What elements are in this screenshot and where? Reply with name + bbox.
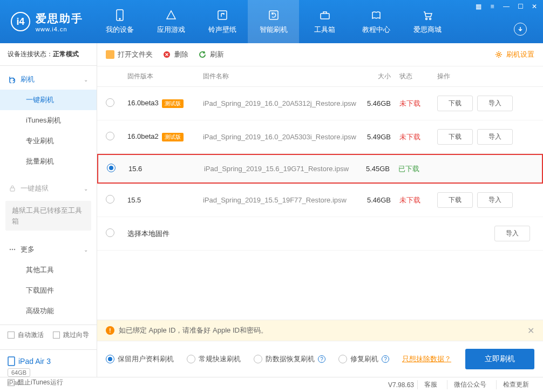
gear-icon <box>494 50 503 59</box>
import-button[interactable]: 导入 <box>494 226 530 241</box>
local-firmware-row[interactable]: 选择本地固件 导入 <box>97 217 543 251</box>
opt-normal[interactable]: 常规快速刷机 <box>187 354 241 364</box>
storage-badge: 64GB <box>8 368 30 377</box>
firmware-status: 未下载 <box>399 99 437 109</box>
wechat-link[interactable]: 微信公众号 <box>447 380 493 389</box>
firmware-row[interactable]: 15.6iPad_Spring_2019_15.6_19G71_Restore.… <box>97 154 543 184</box>
refresh-button[interactable]: 刷新 <box>198 50 224 59</box>
block-itunes-checkbox[interactable]: 阻止iTunes运行 <box>8 378 63 387</box>
music-icon <box>216 9 229 22</box>
device-name[interactable]: iPad Air 3 <box>8 356 89 366</box>
folder-icon <box>106 50 114 59</box>
radio-firmware[interactable] <box>106 195 114 204</box>
app-logo: i4 爱思助手 www.i4.cn <box>0 11 94 32</box>
download-button[interactable]: 下载 <box>437 192 473 208</box>
sidebar-jailbreak-notice: 越狱工具已转移至工具箱 <box>5 201 91 231</box>
book-icon <box>370 9 383 22</box>
import-button[interactable]: 导入 <box>477 129 513 145</box>
sidebar-item-other-tools[interactable]: 其他工具 <box>0 260 97 280</box>
firmware-row[interactable]: 16.0beta3测试版iPad_Spring_2019_16.0_20A531… <box>97 87 543 120</box>
sidebar-item-batch-flash[interactable]: 批量刷机 <box>0 151 97 172</box>
radio-firmware[interactable] <box>107 164 116 172</box>
skip-guide-checkbox[interactable]: 跳过向导 <box>53 330 89 340</box>
nav-store[interactable]: 爱思商城 <box>402 0 453 43</box>
firmware-status: 未下载 <box>399 195 437 205</box>
content-area: 打开文件夹 删除 刷新 刷机设置 固件版本 固件名称 大小 状态 操作 <box>97 43 543 377</box>
opt-keep-data[interactable]: 保留用户资料刷机 <box>106 354 174 364</box>
firmware-row[interactable]: 16.0beta2测试版iPad_Spring_2019_16.0_20A530… <box>97 120 543 154</box>
open-folder-button[interactable]: 打开文件夹 <box>106 50 153 59</box>
flash-now-button[interactable]: 立即刷机 <box>465 349 534 369</box>
delete-button[interactable]: 删除 <box>162 50 188 59</box>
sidebar-item-oneclick-flash[interactable]: 一键刷机 <box>0 90 97 110</box>
toolbox-icon <box>318 9 331 22</box>
nav-apps[interactable]: 应用游戏 <box>145 0 196 43</box>
sidebar-item-advanced[interactable]: 高级功能 <box>0 301 97 321</box>
apps-icon <box>165 9 178 22</box>
sidebar-item-download-firmware[interactable]: 下载固件 <box>0 280 97 301</box>
firmware-status: 已下载 <box>398 164 436 174</box>
nav-ringtones[interactable]: 铃声壁纸 <box>196 0 248 43</box>
beta-badge: 测试版 <box>162 99 184 108</box>
firmware-version: 16.0beta2测试版 <box>127 132 203 141</box>
firmware-filename: iPad_Spring_2019_16.0_20A5303i_Restore.i… <box>203 133 356 141</box>
svg-point-1 <box>119 18 120 19</box>
download-manager-icon[interactable] <box>514 23 527 36</box>
nav-toolbox[interactable]: 工具箱 <box>299 0 350 43</box>
radio-firmware[interactable] <box>106 98 114 107</box>
svg-rect-4 <box>321 13 329 19</box>
menu-icon[interactable]: ▦ <box>474 3 483 10</box>
import-button[interactable]: 导入 <box>477 96 513 111</box>
chevron-down-icon: ⌄ <box>84 77 88 83</box>
opt-repair[interactable]: 修复刷机? <box>338 354 389 364</box>
close-icon[interactable]: ✕ <box>530 3 539 10</box>
firmware-row[interactable]: 15.5iPad_Spring_2019_15.5_19F77_Restore.… <box>97 184 543 217</box>
device-status: 设备连接状态：正常模式 <box>0 43 97 66</box>
notice-close-icon[interactable]: ✕ <box>527 326 534 336</box>
refresh-icon <box>198 50 207 59</box>
sidebar-jailbreak-header[interactable]: 一键越狱 ⌄ <box>0 178 97 199</box>
list-icon[interactable]: ≡ <box>488 3 497 10</box>
logo-icon: i4 <box>11 12 30 31</box>
auto-activate-checkbox[interactable]: 自动激活 <box>8 330 44 340</box>
flash-icon <box>9 76 16 83</box>
window-controls: ▦ ≡ — ☐ ✕ <box>474 3 539 10</box>
maximize-icon[interactable]: ☐ <box>516 3 525 10</box>
svg-point-13 <box>498 53 500 56</box>
nav-my-device[interactable]: 我的设备 <box>94 0 145 43</box>
col-size-header: 大小 <box>356 72 399 81</box>
firmware-filename: iPad_Spring_2019_15.6_19G71_Restore.ipsw <box>204 165 355 173</box>
flash-settings-button[interactable]: 刷机设置 <box>494 50 534 59</box>
chevron-down-icon: ⌄ <box>84 247 88 253</box>
sidebar-flash-header[interactable]: 刷机 ⌄ <box>0 69 97 90</box>
import-button[interactable]: 导入 <box>477 192 513 208</box>
notice-bar: ! 如已绑定 Apple ID，请准备好 Apple ID和密码。 ✕ <box>97 320 543 341</box>
nav-flash[interactable]: 智能刷机 <box>248 0 299 43</box>
check-update-link[interactable]: 检查更新 <box>496 380 535 389</box>
svg-point-10 <box>14 249 15 250</box>
help-icon[interactable]: ? <box>318 355 325 363</box>
sidebar-item-itunes-flash[interactable]: iTunes刷机 <box>0 110 97 131</box>
delete-icon <box>162 50 171 59</box>
firmware-size: 5.45GB <box>355 165 398 173</box>
minimize-icon[interactable]: — <box>502 3 511 10</box>
device-icon <box>113 9 126 22</box>
erase-data-link[interactable]: 只想抹除数据？ <box>402 354 451 364</box>
col-name-header: 固件名称 <box>203 72 356 81</box>
help-icon[interactable]: ? <box>382 355 389 363</box>
ipad-icon <box>8 356 15 366</box>
nav-tutorials[interactable]: 教程中心 <box>350 0 402 43</box>
svg-point-6 <box>429 18 431 20</box>
download-button[interactable]: 下载 <box>437 96 473 111</box>
opt-anti-recovery[interactable]: 防数据恢复刷机? <box>254 354 325 364</box>
sidebar-more-header[interactable]: 更多 ⌄ <box>0 239 97 260</box>
download-button[interactable]: 下载 <box>437 129 473 145</box>
support-link[interactable]: 客服 <box>417 380 444 389</box>
firmware-size: 5.46GB <box>356 196 399 204</box>
table-header: 固件版本 固件名称 大小 状态 操作 <box>97 66 543 87</box>
sidebar-item-pro-flash[interactable]: 专业刷机 <box>0 131 97 151</box>
radio-firmware[interactable] <box>106 132 114 140</box>
version-label: V7.98.63 <box>388 381 414 389</box>
radio-local[interactable] <box>106 228 114 237</box>
col-status-header: 状态 <box>399 72 437 81</box>
